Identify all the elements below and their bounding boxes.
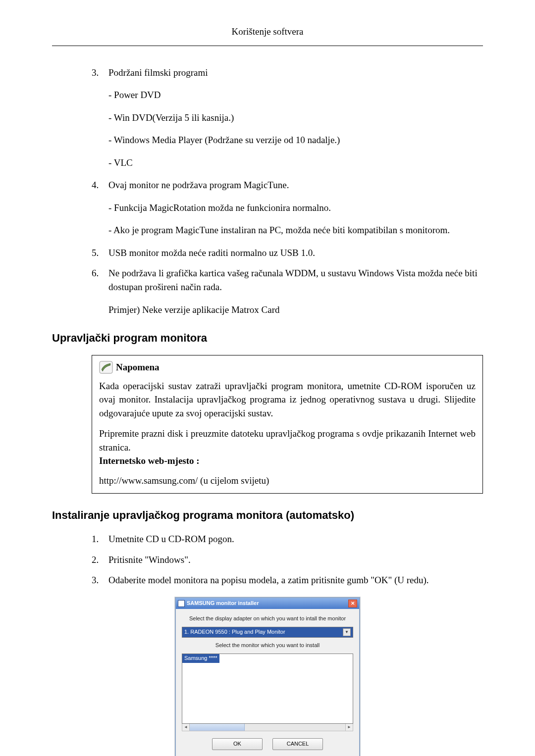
monitor-list-item-selected[interactable]: Samsung ****: [182, 654, 219, 663]
list-number: 3.: [52, 573, 108, 587]
note-paragraph: Pripremite prazni disk i preuzmite datot…: [99, 427, 476, 454]
section-heading-driver: Upravljački program monitora: [52, 330, 483, 346]
install-steps-list: 1. Umetnite CD u CD-ROM pogon. 2. Pritis…: [52, 532, 483, 587]
install-step-text: Umetnite CD u CD-ROM pogon.: [108, 532, 483, 546]
adapter-select[interactable]: 1. RADEON 9550 : Plug and Play Monitor ▼: [182, 627, 353, 638]
list-number: 2.: [52, 553, 108, 567]
list-item-text: Ne podržava li grafička kartica vašeg ra…: [108, 266, 483, 294]
note-box: Napomena Kada operacijski sustav zatraži…: [92, 355, 483, 494]
note-paragraph: Kada operacijski sustav zatraži upravlja…: [99, 379, 476, 420]
section-heading-install: Instaliranje upravljačkog programa monit…: [52, 507, 483, 523]
install-step-text: Odaberite model monitora na popisu model…: [108, 573, 483, 587]
dialog-label-adapter: Select the display adapter on which you …: [182, 615, 353, 623]
dialog-titlebar[interactable]: SAMSUNG monitor installer ✕: [176, 598, 359, 609]
scroll-thumb[interactable]: [190, 724, 245, 731]
installer-dialog: SAMSUNG monitor installer ✕ Select the d…: [175, 597, 360, 756]
list-item-title: Podržani filmski programi: [108, 66, 483, 80]
ok-button[interactable]: OK: [212, 738, 263, 750]
list-number: 1.: [52, 532, 108, 546]
note-url: http://www.samsung.com/ (u cijelom svije…: [99, 474, 476, 488]
list-number: 4.: [52, 178, 108, 192]
monitor-listbox[interactable]: Samsung ****: [182, 654, 353, 724]
install-step-text: Pritisnite "Windows".: [108, 553, 483, 567]
chevron-down-icon[interactable]: ▼: [343, 628, 351, 636]
close-icon[interactable]: ✕: [348, 600, 357, 607]
dialog-title: SAMSUNG monitor installer: [187, 600, 259, 607]
header-rule: [52, 46, 483, 46]
note-title: Napomena: [116, 360, 160, 374]
sub-item: - Power DVD: [108, 88, 483, 102]
adapter-selected-value: 1. RADEON 9550 : Plug and Play Monitor: [184, 628, 285, 636]
scroll-right-icon[interactable]: ►: [345, 724, 353, 731]
top-ordered-list: 4. Ovaj monitor ne podržava program Magi…: [52, 178, 483, 192]
top-ordered-list: 5. USB monitor možda neće raditi normaln…: [52, 246, 483, 316]
sub-item: - Win DVD(Verzija 5 ili kasnija.): [108, 111, 483, 125]
sub-item: - VLC: [108, 156, 483, 170]
sub-item: - Funkcija MagicRotation možda ne funkci…: [108, 201, 483, 215]
horizontal-scrollbar[interactable]: ◄ ►: [182, 724, 353, 731]
note-website-label: Internetsko web-mjesto :: [99, 454, 476, 468]
dialog-label-monitor: Select the monitor which you want to ins…: [182, 642, 353, 650]
top-ordered-list: 3. Podržani filmski programi: [52, 66, 483, 80]
scroll-track[interactable]: [190, 724, 345, 731]
list-item-example: Primjer) Neke verzije aplikacije Matrox …: [108, 303, 483, 317]
sub-item: - Windows Media Player (Podržane su verz…: [108, 133, 483, 147]
list-item-title: Ovaj monitor ne podržava program MagicTu…: [108, 178, 483, 192]
list-number: 3.: [52, 66, 108, 80]
note-icon: [99, 361, 113, 374]
list-number: 5.: [52, 246, 108, 260]
sub-item: - Ako je program MagicTune instaliran na…: [108, 223, 483, 237]
cancel-button[interactable]: CANCEL: [272, 738, 323, 750]
list-item-text: USB monitor možda neće raditi normalno u…: [108, 246, 483, 260]
scroll-left-icon[interactable]: ◄: [182, 724, 190, 731]
page-header: Korištenje softvera: [52, 25, 483, 43]
app-icon: [178, 600, 185, 607]
list-number: 6.: [52, 266, 108, 316]
